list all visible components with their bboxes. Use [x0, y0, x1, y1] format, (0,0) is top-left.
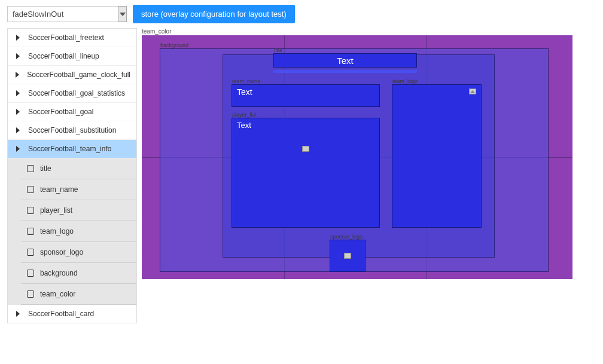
tree-item-freetext[interactable]: SoccerFootball_freetext	[8, 29, 136, 47]
tree-child-sponsor-logo[interactable]: sponsor_logo	[21, 242, 136, 263]
square-icon	[27, 290, 34, 298]
tree-item-label: SoccerFootball_card	[28, 310, 94, 318]
tree-child-background[interactable]: background	[21, 263, 136, 284]
tree-child-team-name[interactable]: team_name	[21, 179, 136, 200]
region-team-logo[interactable]: team_logo	[392, 84, 482, 228]
sidebar: SoccerFootball_freetext SoccerFootball_l…	[7, 28, 137, 323]
tree-child-team-color[interactable]: team_color	[21, 284, 136, 305]
region-label: sponsor_logo	[330, 234, 363, 240]
chevron-right-icon	[14, 72, 21, 78]
store-button[interactable]: store (overlay configuration for layout …	[133, 5, 295, 23]
square-icon	[27, 270, 34, 277]
tree-child-label: team_logo	[40, 227, 74, 235]
square-icon	[27, 207, 34, 214]
chevron-right-icon	[14, 53, 22, 59]
title-underline	[273, 70, 417, 73]
square-icon	[27, 228, 34, 235]
tree-item-label: SoccerFootball_team_info	[28, 145, 111, 153]
image-placeholder-icon	[344, 253, 351, 259]
tree-item-substitution[interactable]: SoccerFootball_substitution	[8, 121, 136, 140]
team-name-text: Text	[237, 87, 252, 97]
tree-item-label: SoccerFootball_game_clock_full	[27, 71, 130, 79]
title-text: Text	[337, 56, 354, 66]
chevron-right-icon	[14, 90, 22, 96]
region-title[interactable]: title Text	[273, 53, 417, 68]
tree-item-label: SoccerFootball_goal_statistics	[28, 89, 125, 97]
animation-select-input[interactable]	[7, 6, 118, 22]
chevron-right-icon	[14, 311, 22, 317]
region-player-list[interactable]: player_list Text	[232, 118, 380, 228]
tree-child-label: background	[40, 269, 78, 277]
animation-select[interactable]	[7, 6, 127, 22]
chevron-right-icon	[14, 146, 22, 152]
tree-item-label: SoccerFootball_substitution	[28, 126, 116, 134]
tree-item-goal-statistics[interactable]: SoccerFootball_goal_statistics	[8, 84, 136, 103]
image-placeholder-icon	[302, 146, 309, 152]
main: SoccerFootball_freetext SoccerFootball_l…	[0, 28, 603, 323]
tree-child-label: player_list	[40, 206, 72, 215]
region-label: team_name	[232, 78, 261, 84]
tree-child-label: team_color	[40, 290, 75, 298]
tree-item-label: SoccerFootball_lineup	[28, 52, 99, 60]
tree-item-team-info[interactable]: SoccerFootball_team_info	[8, 140, 136, 158]
tree-item-label: SoccerFootball_goal	[28, 108, 93, 116]
region-label: player_list	[232, 112, 257, 118]
tree-item-card[interactable]: SoccerFootball_card	[8, 305, 136, 323]
region-sponsor-logo[interactable]: sponsor_logo	[330, 240, 366, 272]
tree-child-label: title	[40, 164, 51, 173]
region-label: team_logo	[392, 78, 418, 84]
chevron-right-icon	[14, 127, 22, 133]
tree-item-game-clock-full[interactable]: SoccerFootball_game_clock_full	[8, 66, 136, 84]
tree-child-label: team_name	[40, 185, 78, 194]
region-label: title	[274, 47, 282, 53]
dropdown-arrow-icon[interactable]	[118, 6, 127, 22]
region-label: background	[160, 42, 188, 48]
canvas-wrap: team_color background title Text team_na…	[142, 28, 603, 279]
tree-item-goal[interactable]: SoccerFootball_goal	[8, 103, 136, 121]
canvas-root-label: team_color	[142, 28, 603, 35]
tree-child-label: sponsor_logo	[40, 248, 83, 256]
layout-canvas[interactable]: background title Text team_name Text tea…	[142, 35, 572, 279]
player-list-text: Text	[237, 121, 251, 130]
topbar: store (overlay configuration for layout …	[0, 0, 603, 28]
tree-child-title[interactable]: title	[21, 158, 136, 179]
chevron-right-icon	[14, 109, 22, 115]
tree-item-lineup[interactable]: SoccerFootball_lineup	[8, 47, 136, 66]
tree-item-label: SoccerFootball_freetext	[28, 33, 104, 42]
square-icon	[27, 186, 34, 193]
image-placeholder-icon	[469, 88, 476, 94]
region-team-name[interactable]: team_name Text	[232, 84, 380, 107]
square-icon	[27, 249, 34, 256]
tree-child-team-logo[interactable]: team_logo	[21, 221, 136, 242]
chevron-right-icon	[14, 35, 22, 41]
square-icon	[27, 165, 34, 172]
tree-child-player-list[interactable]: player_list	[21, 200, 136, 221]
tree-children: title team_name player_list team_logo sp…	[8, 158, 136, 305]
